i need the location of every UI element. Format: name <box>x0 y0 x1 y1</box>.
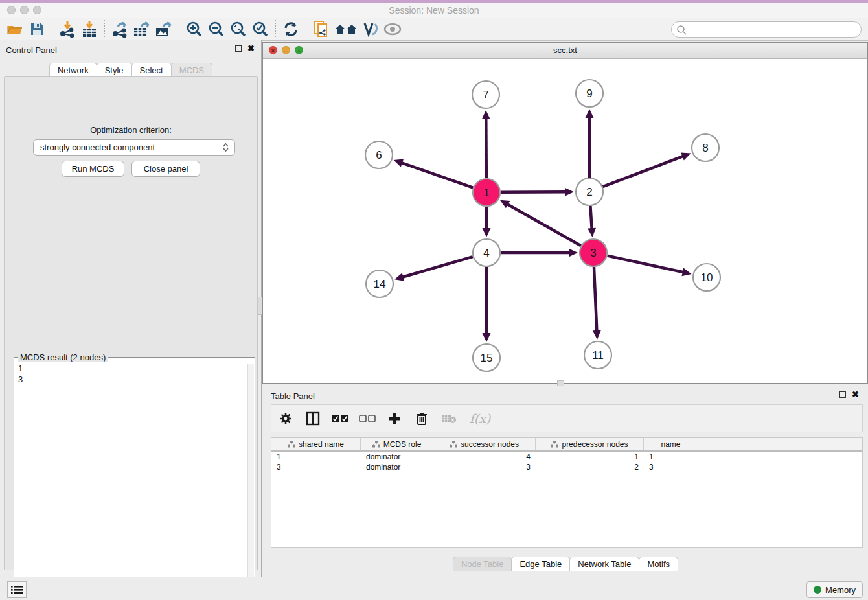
result-scrollbar[interactable] <box>247 364 254 600</box>
optimization-criterion-value: strongly connected component <box>34 143 219 152</box>
apply-style-icon <box>362 21 379 37</box>
column-header-predecessor-nodes[interactable]: predecessor nodes <box>536 438 644 450</box>
export-table-button[interactable] <box>131 19 153 39</box>
close-panel-icon[interactable]: ✖ <box>247 45 255 52</box>
graph-arrowhead <box>586 109 594 118</box>
network-graph[interactable]: 1234678910111415 <box>263 58 867 383</box>
search-icon <box>676 25 689 35</box>
cell-mcds-role[interactable]: dominator <box>361 462 433 472</box>
list-icon <box>11 585 23 594</box>
show-hide-button[interactable] <box>382 19 404 39</box>
clone-network-button[interactable] <box>310 19 332 39</box>
add-column-button[interactable] <box>385 409 404 428</box>
table-row[interactable]: 3 dominator 3 2 3 <box>271 462 862 472</box>
run-mcds-button[interactable]: Run MCDS <box>62 161 124 177</box>
graph-arrowhead <box>482 110 490 119</box>
graph-arrowhead <box>483 228 491 237</box>
tab-style[interactable]: Style <box>97 63 132 77</box>
cell-successor-nodes[interactable]: 3 <box>433 462 536 472</box>
cell-predecessor-nodes[interactable]: 2 <box>536 462 644 472</box>
cell-successor-nodes[interactable]: 4 <box>433 452 536 462</box>
cell-name[interactable]: 3 <box>644 462 698 472</box>
tab-node-table[interactable]: Node Table <box>453 557 512 571</box>
table-toolbar: f(x) <box>271 404 863 432</box>
graph-edge-1-7 <box>486 117 486 178</box>
unchecked-boxes-icon <box>359 414 376 423</box>
column-header-successor-nodes[interactable]: successor nodes <box>433 438 536 450</box>
tab-edge-table[interactable]: Edge Table <box>511 557 570 571</box>
zoom-in-button[interactable] <box>183 19 205 39</box>
graph-edge-2-3 <box>590 206 591 230</box>
mcds-result-title: MCDS result (2 nodes) <box>18 352 108 362</box>
horizontal-splitter-grip[interactable] <box>557 380 564 386</box>
tab-motifs[interactable]: Motifs <box>639 557 678 571</box>
apply-style-button[interactable] <box>360 19 382 39</box>
show-columns-button[interactable] <box>304 409 322 428</box>
column-header-name[interactable]: name <box>644 438 698 450</box>
export-image-button[interactable] <box>153 19 175 39</box>
memory-status-icon <box>814 586 821 594</box>
float-panel-icon[interactable] <box>235 45 242 52</box>
export-network-button[interactable] <box>109 19 131 39</box>
mcds-tab-content: Optimization criterion: strongly connect… <box>4 76 258 570</box>
node-table: shared name MCDS role <box>271 437 863 548</box>
cell-shared-name[interactable]: 3 <box>271 462 361 472</box>
refresh-button[interactable] <box>280 19 302 39</box>
graph-arrowhead <box>681 152 691 160</box>
table-row[interactable]: 1 dominator 4 1 1 <box>271 452 862 462</box>
eye-icon <box>383 22 402 36</box>
zoom-fit-button[interactable] <box>227 19 249 39</box>
tab-mcds[interactable]: MCDS <box>171 63 212 77</box>
export-network-icon <box>111 21 128 38</box>
delete-column-button[interactable] <box>413 409 431 428</box>
cell-shared-name[interactable]: 1 <box>271 452 361 462</box>
deselect-all-columns-button[interactable] <box>358 409 376 428</box>
zoom-out-icon <box>208 21 225 38</box>
graph-node-label: 10 <box>701 271 713 284</box>
toolbar-separator <box>52 20 52 38</box>
search-input[interactable] <box>689 25 861 34</box>
node-table-header: shared name MCDS role <box>271 438 862 452</box>
optimization-criterion-select[interactable]: strongly connected component <box>33 139 235 156</box>
network-window-titlebar: × – + scc.txt <box>263 43 867 59</box>
graph-edge-3-11 <box>594 267 597 332</box>
import-network-button[interactable] <box>56 19 78 39</box>
task-history-button[interactable] <box>7 581 27 598</box>
zoom-fit-icon <box>230 21 247 38</box>
column-header-mcds-role[interactable]: MCDS role <box>361 438 433 450</box>
zoom-selected-icon <box>252 21 269 38</box>
delete-table-button[interactable] <box>440 409 458 428</box>
cell-mcds-role[interactable]: dominator <box>361 452 433 462</box>
cell-name[interactable]: 1 <box>644 452 698 462</box>
home-button[interactable] <box>332 19 360 39</box>
save-session-button[interactable] <box>26 19 48 39</box>
home-icon <box>334 22 358 36</box>
tab-select[interactable]: Select <box>131 63 172 77</box>
tab-network-table[interactable]: Network Table <box>569 557 639 571</box>
table-panel-title: Table Panel <box>271 391 315 401</box>
network-column-icon <box>450 441 457 448</box>
close-panel-button[interactable]: Close panel <box>131 161 200 177</box>
import-network-icon <box>59 21 76 38</box>
import-table-button[interactable] <box>78 19 100 39</box>
column-header-shared-name[interactable]: shared name <box>271 438 361 450</box>
float-table-panel-icon[interactable] <box>839 391 846 398</box>
tab-network[interactable]: Network <box>49 63 97 77</box>
control-panel-tabs: Network Style Select MCDS <box>0 63 261 77</box>
combo-stepper-icon <box>219 143 234 152</box>
mcds-result-text[interactable]: 1 3 <box>18 363 23 385</box>
open-session-button[interactable] <box>4 19 26 39</box>
select-all-columns-button[interactable] <box>331 409 349 428</box>
cell-predecessor-nodes[interactable]: 1 <box>536 452 644 462</box>
graph-edge-3-10 <box>607 256 684 273</box>
search-box[interactable] <box>671 21 862 38</box>
table-settings-button[interactable] <box>277 409 295 428</box>
toolbar-separator <box>104 20 105 38</box>
function-builder-button[interactable]: f(x) <box>467 409 493 428</box>
export-image-icon <box>155 21 173 38</box>
close-table-panel-icon[interactable]: ✖ <box>852 391 859 398</box>
memory-button[interactable]: Memory <box>806 581 863 598</box>
zoom-selected-button[interactable] <box>249 19 271 39</box>
network-column-icon <box>288 441 295 448</box>
zoom-out-button[interactable] <box>205 19 227 39</box>
